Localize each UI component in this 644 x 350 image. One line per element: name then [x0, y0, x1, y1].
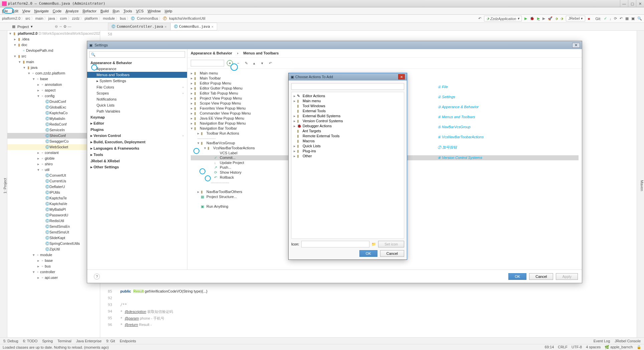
remove-action-button[interactable]: −: [235, 60, 241, 66]
browse-icon[interactable]: 📁: [371, 242, 376, 246]
settings-category[interactable]: File Colors ▫: [87, 84, 187, 90]
dialog-close-button[interactable]: ✕: [572, 43, 580, 48]
action-tree-item[interactable]: ▸✎ Editor Actions: [293, 94, 402, 99]
jrebel-selector[interactable]: JRebel ▾: [566, 16, 585, 21]
set-icon-button[interactable]: Set icon: [378, 241, 404, 247]
move-up-button[interactable]: ▴: [252, 60, 257, 66]
tree-node[interactable]: ▾▫controller: [7, 269, 100, 275]
tree-node[interactable]: ⒸKaptchaCo: [7, 110, 100, 116]
tree-node[interactable]: ▸▫api.user: [7, 275, 100, 281]
settings-categories[interactable]: Appearance & BehaviorAppearanceMenus and…: [87, 60, 187, 270]
caret-position[interactable]: 69:14: [545, 345, 554, 349]
settings-category[interactable]: ▸ Build, Execution, Deployment: [87, 139, 187, 145]
tree-node[interactable]: ⒸSpringContextUtils: [7, 241, 100, 246]
settings-category[interactable]: Plugins: [87, 127, 187, 133]
settings-category[interactable]: Menus and Toolbars: [87, 72, 187, 78]
add-action-button[interactable]: +: [227, 60, 233, 66]
tool-tab[interactable]: Maven: [640, 180, 644, 191]
debug-icon[interactable]: 🐞: [530, 16, 534, 21]
settings-category[interactable]: ▸ Editor: [87, 120, 187, 127]
action-tree-item[interactable]: ▸▮ Plug-ins: [293, 149, 402, 154]
history-icon[interactable]: ⟳: [614, 16, 617, 21]
bottom-tab[interactable]: 5: Debug: [3, 339, 18, 343]
tree-node[interactable]: ⒸGlobalExc: [7, 105, 100, 110]
action-tree-item[interactable]: ▮ Macros: [293, 139, 402, 144]
menu-search[interactable]: [191, 60, 224, 66]
settings-category[interactable]: Appearance: [87, 66, 187, 72]
tree-node[interactable]: ▸▫globle: [7, 156, 100, 161]
coverage-icon[interactable]: ▶̲: [537, 16, 540, 21]
tree-node[interactable]: ⒸMyBatisPl: [7, 207, 100, 212]
minimize-button[interactable]: —: [620, 0, 628, 7]
run-config-selector[interactable]: ⬗ ZzdzApplication ▾: [484, 16, 522, 21]
back-icon[interactable]: ↶: [478, 16, 481, 21]
cancel-button[interactable]: Cancel: [529, 273, 553, 280]
dialog-title-bar[interactable]: ▣Settings ✕: [87, 41, 582, 49]
update-icon[interactable]: ↓: [610, 17, 612, 21]
action-search[interactable]: [291, 83, 404, 90]
tree-node[interactable]: ▾▮main: [7, 59, 100, 65]
tree-node[interactable]: ▾▫base: [7, 76, 100, 82]
settings-category[interactable]: ▸ Languages & Frameworks: [87, 145, 187, 152]
tree-node[interactable]: ▸▫annotation: [7, 82, 100, 88]
menu-help[interactable]: Help: [165, 9, 172, 13]
jrebel-debug-icon[interactable]: ⬗: [560, 16, 563, 21]
bottom-tab[interactable]: Event Log: [594, 339, 610, 343]
project-tree[interactable]: ▾▮ platform2.0 D:\WorkSpaces\IdeaWorkSpa…: [7, 31, 100, 337]
tree-node[interactable]: ▾▮doc: [7, 42, 100, 48]
action-tree-item[interactable]: ▮ Ant Targets: [293, 129, 402, 134]
tree-node[interactable]: ▾▮java: [7, 65, 100, 70]
menu-vcs[interactable]: VCS: [136, 9, 144, 13]
settings-category[interactable]: Appearance & Behavior: [87, 60, 187, 66]
settings-category[interactable]: ▸ Tools: [87, 152, 187, 158]
bottom-tab[interactable]: 6: TODO: [23, 339, 38, 343]
menu-navigate[interactable]: Navigate: [34, 9, 48, 13]
breadcrumb[interactable]: platform2.0srcmainjavacomzzdzplatformmod…: [2, 16, 207, 21]
encoding[interactable]: UTF-8: [572, 345, 582, 349]
settings-category[interactable]: Scopes ▫: [87, 90, 187, 96]
menu-run[interactable]: Run: [113, 9, 119, 13]
bottom-tab[interactable]: Spring: [42, 339, 53, 343]
action-tree-item[interactable]: ▮ Remote External Tools: [293, 134, 402, 139]
settings-category[interactable]: Keymap: [87, 114, 187, 120]
tool-tab[interactable]: 1: Project: [3, 178, 7, 193]
tree-node[interactable]: ▾▫module: [7, 252, 100, 258]
menu-refactor[interactable]: Refactor: [83, 9, 97, 13]
action-tree-item[interactable]: ▮ Tool Windows: [293, 104, 402, 109]
tree-node[interactable]: ⒸSendSmsEn: [7, 224, 100, 229]
bottom-tab[interactable]: JRebel Console: [615, 339, 641, 343]
tree-node[interactable]: ⒸDeflaterU: [7, 184, 100, 190]
settings-category[interactable]: ▸ Other Settings: [87, 164, 187, 170]
apply-button[interactable]: Apply: [556, 273, 578, 280]
action-tree-item[interactable]: ▸▮ Main menu: [293, 99, 402, 104]
settings-category[interactable]: ▸ Version Control ▫: [87, 133, 187, 139]
ok-button[interactable]: OK: [508, 273, 526, 280]
jrebel-run-icon[interactable]: ⬗: [555, 16, 558, 21]
tree-node[interactable]: ⒸWebSocket: [7, 144, 100, 150]
bottom-tab[interactable]: 9: Git: [106, 339, 115, 343]
tree-node[interactable]: ▸▫shiro: [7, 161, 100, 167]
indent[interactable]: 4 spaces: [586, 345, 601, 349]
editor-tab[interactable]: ⒸCommonBus.java ×: [170, 23, 217, 30]
cancel-button[interactable]: Cancel: [380, 250, 404, 257]
search-icon[interactable]: 🔍: [637, 16, 642, 21]
tree-node[interactable]: ▾▫com.zzdz.platform: [7, 70, 100, 76]
git-branch[interactable]: 🌿 apple_barnch: [605, 345, 633, 349]
tree-node[interactable]: ▾▫util: [7, 167, 100, 173]
rollback-icon[interactable]: ↶: [620, 16, 623, 21]
action-tree-item[interactable]: ▸🐞 Debugger Actions: [293, 124, 402, 129]
tree-node[interactable]: ⒸZipUtil: [7, 246, 100, 252]
menu-file[interactable]: File: [2, 9, 8, 13]
settings-search[interactable]: 🔍: [89, 51, 185, 58]
rocket-icon[interactable]: 🚀: [548, 16, 552, 21]
tree-node[interactable]: ⒸRedisConf: [7, 122, 100, 127]
ok-button[interactable]: OK: [359, 250, 377, 257]
tree-node[interactable]: ▸▫bus: [7, 264, 100, 269]
settings-category[interactable]: JRebel & XRebel: [87, 158, 187, 164]
tree-node[interactable]: ⒸSendSmsUt: [7, 229, 100, 235]
lock-icon[interactable]: 🔒: [637, 345, 641, 349]
menu-code[interactable]: Code: [53, 9, 61, 13]
tree-node[interactable]: ⒸSwaggerCo: [7, 139, 100, 144]
maximize-button[interactable]: ▢: [628, 0, 636, 7]
actions-tree[interactable]: ▸✎ Editor Actions▸▮ Main menu▮ Tool Wind…: [291, 92, 404, 239]
